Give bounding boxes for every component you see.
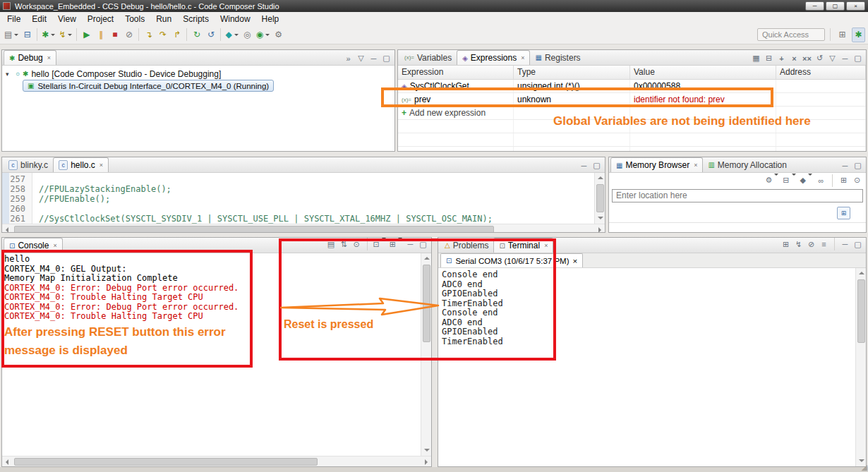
column-header-address[interactable]: Address xyxy=(776,66,866,79)
disconnect-button[interactable]: ⊘ xyxy=(122,28,135,42)
refresh-expressions-icon[interactable]: ↺ xyxy=(815,54,824,63)
close-tab-icon[interactable]: × xyxy=(694,162,697,169)
clear-console-icon[interactable]: ▤ xyxy=(327,240,336,249)
close-button[interactable]: × xyxy=(846,1,865,11)
remove-all-expressions-icon[interactable]: ×× xyxy=(802,54,812,63)
tab-problems[interactable]: △ Problems xyxy=(440,238,493,253)
save-memory-icon[interactable]: ⊟ xyxy=(783,176,795,185)
refresh-button[interactable]: ↺ xyxy=(204,28,217,42)
open-console-icon[interactable]: ⊞ xyxy=(390,240,402,249)
scroll-up-arrow[interactable] xyxy=(595,173,605,183)
close-tab-icon[interactable]: × xyxy=(572,257,577,265)
column-header-expression[interactable]: Expression xyxy=(398,66,514,79)
step-into-button[interactable]: ↴ xyxy=(142,28,155,42)
expander-icon[interactable]: ▾ xyxy=(6,71,13,78)
close-tab-icon[interactable]: × xyxy=(521,54,524,61)
disconnect-icon[interactable]: ⊘ xyxy=(807,240,816,249)
add-expression-icon[interactable]: + xyxy=(777,54,786,63)
scroll-down-arrow[interactable] xyxy=(595,213,605,224)
terminal-output[interactable]: Console end ADC0 end GPIOEnabled TimerEn… xyxy=(438,268,855,466)
menu-scripts[interactable]: Scripts xyxy=(177,13,215,25)
collapse-all-icon[interactable]: ⊟ xyxy=(764,54,773,63)
save-button[interactable]: ⊟ xyxy=(20,28,34,42)
tab-expressions[interactable]: ◈ Expressions × xyxy=(457,50,530,65)
maximize-view-icon[interactable]: ▢ xyxy=(382,54,391,63)
toolbar-overflow-icon[interactable]: » xyxy=(344,54,353,63)
minimize-view-icon[interactable]: ─ xyxy=(840,54,850,63)
editor-horizontal-scrollbar[interactable] xyxy=(2,224,605,233)
scroll-thumb[interactable] xyxy=(423,265,430,342)
scroll-right-arrow[interactable] xyxy=(594,224,605,234)
menu-edit[interactable]: Edit xyxy=(26,13,52,25)
new-terminal-icon[interactable]: ⊞ xyxy=(781,240,790,249)
scroll-thumb[interactable] xyxy=(14,226,494,234)
code-area[interactable]: 257 258//FPULazyStackingEnable(); 259//F… xyxy=(2,173,594,224)
console-horizontal-scrollbar[interactable] xyxy=(2,456,431,466)
menu-window[interactable]: Window xyxy=(215,13,256,25)
gear-icon[interactable]: ⚙ xyxy=(765,176,778,185)
console-vertical-scrollbar[interactable] xyxy=(421,253,431,456)
menu-tools[interactable]: Tools xyxy=(119,13,150,25)
scroll-up-arrow[interactable] xyxy=(856,268,867,279)
tab-memory-allocation[interactable]: ▥ Memory Allocation xyxy=(703,157,792,172)
open-perspective-button[interactable]: ⊞ xyxy=(836,28,849,42)
tab-variables[interactable]: (x)= Variables xyxy=(399,50,457,65)
tab-blinky-c[interactable]: c blinky.c xyxy=(4,157,53,172)
maximize-view-icon[interactable]: ▢ xyxy=(592,161,601,170)
search-button[interactable]: ◎ xyxy=(241,28,254,42)
diamond-icon[interactable]: ◆ xyxy=(800,176,812,185)
tab-serial-com3[interactable]: ⊡ Serial COM3 (10/6/17 5:37 PM) × xyxy=(440,253,583,267)
minimize-button[interactable]: ─ xyxy=(805,1,824,11)
show-type-names-icon[interactable]: ▦ xyxy=(752,54,761,63)
menu-view[interactable]: View xyxy=(52,13,82,25)
tab-debug[interactable]: ✱ Debug × xyxy=(4,50,56,65)
memory-location-input[interactable] xyxy=(612,189,863,202)
scroll-thumb[interactable] xyxy=(596,184,604,212)
view-menu-icon[interactable]: ▽ xyxy=(356,54,366,63)
quick-access-box[interactable]: Quick Access xyxy=(757,28,825,41)
gear-button[interactable]: ⚙ xyxy=(272,28,285,42)
editor-vertical-scrollbar[interactable] xyxy=(594,173,605,224)
column-header-value[interactable]: Value xyxy=(630,66,776,79)
external-tools-button[interactable]: ◉ xyxy=(255,28,271,42)
editor-body[interactable]: 257 258//FPULazyStackingEnable(); 259//F… xyxy=(2,173,605,224)
terminal-vertical-scrollbar[interactable] xyxy=(855,268,866,466)
step-over-button[interactable]: ↷ xyxy=(156,28,169,42)
close-tab-icon[interactable]: × xyxy=(544,242,548,249)
debug-tree-root[interactable]: ▾ ○ ✱ hello [Code Composer Studio - Devi… xyxy=(2,68,394,80)
view-menu-icon[interactable]: ▽ xyxy=(828,54,837,63)
menu-run[interactable]: Run xyxy=(150,13,177,25)
tab-hello-c[interactable]: c hello.c × xyxy=(53,157,109,172)
menu-project[interactable]: Project xyxy=(82,13,119,25)
console-output[interactable]: hello CORTEX_M4_0: GEL Output: Memory Ma… xyxy=(2,253,421,456)
close-tab-icon[interactable]: × xyxy=(100,162,103,169)
maximize-view-icon[interactable]: ▢ xyxy=(853,240,862,249)
new-tab-icon[interactable]: ⊞ xyxy=(839,176,848,185)
maximize-button[interactable]: ▢ xyxy=(826,1,845,11)
tab-registers[interactable]: ▦ Registers xyxy=(530,50,585,65)
minimize-view-icon[interactable]: ─ xyxy=(840,162,850,170)
tab-console[interactable]: ⊡ Console × xyxy=(4,238,63,253)
terminate-button[interactable]: ■ xyxy=(108,28,121,42)
minimize-view-icon[interactable]: ─ xyxy=(406,240,415,248)
expression-row-sysctlclockget[interactable]: ◈ SysCtlClockGet unsigned int (*)() 0x00… xyxy=(398,80,866,93)
ccs-debug-perspective-button[interactable]: ✱ xyxy=(852,28,865,42)
restart-button[interactable]: ↻ xyxy=(190,28,203,42)
scroll-up-arrow[interactable] xyxy=(421,253,432,264)
minimize-view-icon[interactable]: ─ xyxy=(369,54,378,63)
go-button[interactable]: ⊞ xyxy=(837,207,850,219)
scroll-right-arrow[interactable] xyxy=(421,456,431,467)
pin-icon[interactable]: ⊙ xyxy=(852,176,862,185)
scroll-thumb[interactable] xyxy=(14,458,318,466)
flash-button[interactable]: ↯ xyxy=(57,28,73,42)
scroll-thumb[interactable] xyxy=(857,279,865,343)
step-return-button[interactable]: ↱ xyxy=(170,28,183,42)
remove-expression-icon[interactable]: × xyxy=(790,54,799,63)
maximize-view-icon[interactable]: ▢ xyxy=(853,54,862,63)
menu-file[interactable]: File xyxy=(1,13,26,25)
scroll-left-arrow[interactable] xyxy=(2,224,13,234)
scroll-lock-icon[interactable]: ⇅ xyxy=(339,240,349,249)
new-file-button[interactable]: ▤ xyxy=(3,28,20,42)
resize-grip[interactable]: ◢ xyxy=(862,463,867,472)
debug-button[interactable]: ✱ xyxy=(40,28,56,42)
